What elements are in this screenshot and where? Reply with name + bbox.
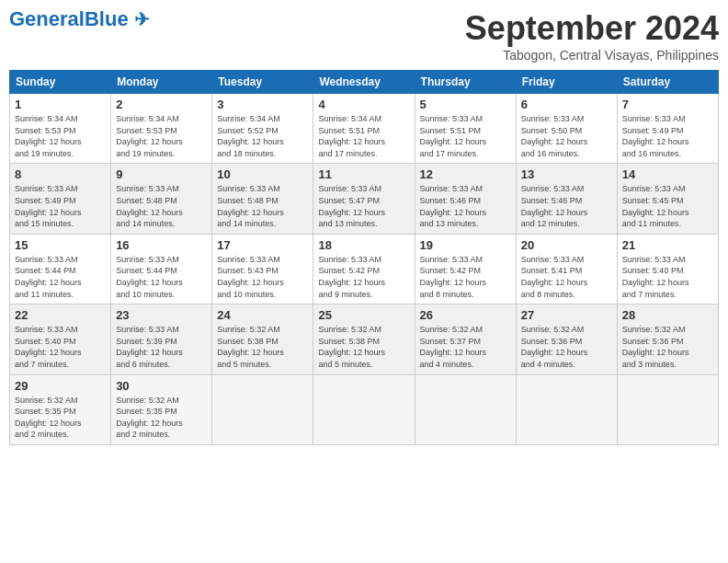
table-row: 22Sunrise: 5:33 AM Sunset: 5:40 PM Dayli… [10,304,111,374]
table-row: 23Sunrise: 5:33 AM Sunset: 5:39 PM Dayli… [111,304,212,374]
table-row: 30Sunrise: 5:32 AM Sunset: 5:35 PM Dayli… [111,374,212,444]
col-monday: Monday [111,71,212,94]
location: Tabogon, Central Visayas, Philippines [465,48,719,63]
table-row: 24Sunrise: 5:32 AM Sunset: 5:38 PM Dayli… [212,304,313,374]
col-friday: Friday [516,71,617,94]
table-row: 7Sunrise: 5:33 AM Sunset: 5:49 PM Daylig… [617,94,718,164]
col-sunday: Sunday [10,71,111,94]
week-row-4: 22Sunrise: 5:33 AM Sunset: 5:40 PM Dayli… [10,304,719,374]
table-row: 3Sunrise: 5:34 AM Sunset: 5:52 PM Daylig… [212,94,313,164]
table-row: 26Sunrise: 5:32 AM Sunset: 5:37 PM Dayli… [415,304,516,374]
col-wednesday: Wednesday [313,71,415,94]
table-row [415,374,516,444]
table-row: 20Sunrise: 5:33 AM Sunset: 5:41 PM Dayli… [516,234,617,304]
table-row: 14Sunrise: 5:33 AM Sunset: 5:45 PM Dayli… [617,164,718,234]
col-saturday: Saturday [617,71,718,94]
table-row: 25Sunrise: 5:32 AM Sunset: 5:38 PM Dayli… [313,304,415,374]
title-area: September 2024 Tabogon, Central Visayas,… [465,9,719,63]
table-row: 9Sunrise: 5:33 AM Sunset: 5:48 PM Daylig… [111,164,212,234]
table-row [617,374,718,444]
table-row: 17Sunrise: 5:33 AM Sunset: 5:43 PM Dayli… [212,234,313,304]
table-row [516,374,617,444]
table-row: 16Sunrise: 5:33 AM Sunset: 5:44 PM Dayli… [111,234,212,304]
month-title: September 2024 [465,9,719,48]
table-row [313,374,415,444]
table-row: 19Sunrise: 5:33 AM Sunset: 5:42 PM Dayli… [415,234,516,304]
table-row: 1Sunrise: 5:34 AM Sunset: 5:53 PM Daylig… [10,94,111,164]
table-row [212,374,313,444]
logo-general: General [9,7,85,30]
col-tuesday: Tuesday [212,71,313,94]
logo: GeneralBlue ✈ [9,9,150,29]
logo-blue: Blue [85,7,129,30]
table-row: 29Sunrise: 5:32 AM Sunset: 5:35 PM Dayli… [10,374,111,444]
table-row: 21Sunrise: 5:33 AM Sunset: 5:40 PM Dayli… [617,234,718,304]
col-thursday: Thursday [415,71,516,94]
table-row: 8Sunrise: 5:33 AM Sunset: 5:49 PM Daylig… [10,164,111,234]
table-row: 10Sunrise: 5:33 AM Sunset: 5:48 PM Dayli… [212,164,313,234]
table-row: 5Sunrise: 5:33 AM Sunset: 5:51 PM Daylig… [415,94,516,164]
table-row: 4Sunrise: 5:34 AM Sunset: 5:51 PM Daylig… [313,94,415,164]
table-row: 13Sunrise: 5:33 AM Sunset: 5:46 PM Dayli… [516,164,617,234]
table-row: 18Sunrise: 5:33 AM Sunset: 5:42 PM Dayli… [313,234,415,304]
calendar-table: Sunday Monday Tuesday Wednesday Thursday… [9,70,719,445]
week-row-1: 1Sunrise: 5:34 AM Sunset: 5:53 PM Daylig… [10,94,719,164]
calendar-header-row: Sunday Monday Tuesday Wednesday Thursday… [10,71,719,94]
week-row-3: 15Sunrise: 5:33 AM Sunset: 5:44 PM Dayli… [10,234,719,304]
table-row: 27Sunrise: 5:32 AM Sunset: 5:36 PM Dayli… [516,304,617,374]
table-row: 6Sunrise: 5:33 AM Sunset: 5:50 PM Daylig… [516,94,617,164]
week-row-2: 8Sunrise: 5:33 AM Sunset: 5:49 PM Daylig… [10,164,719,234]
week-row-5: 29Sunrise: 5:32 AM Sunset: 5:35 PM Dayli… [10,374,719,444]
table-row: 15Sunrise: 5:33 AM Sunset: 5:44 PM Dayli… [10,234,111,304]
page-header: GeneralBlue ✈ September 2024 Tabogon, Ce… [9,9,719,63]
table-row: 12Sunrise: 5:33 AM Sunset: 5:46 PM Dayli… [415,164,516,234]
table-row: 2Sunrise: 5:34 AM Sunset: 5:53 PM Daylig… [111,94,212,164]
logo-bird-icon: ✈ [134,9,150,29]
table-row: 11Sunrise: 5:33 AM Sunset: 5:47 PM Dayli… [313,164,415,234]
table-row: 28Sunrise: 5:32 AM Sunset: 5:36 PM Dayli… [617,304,718,374]
